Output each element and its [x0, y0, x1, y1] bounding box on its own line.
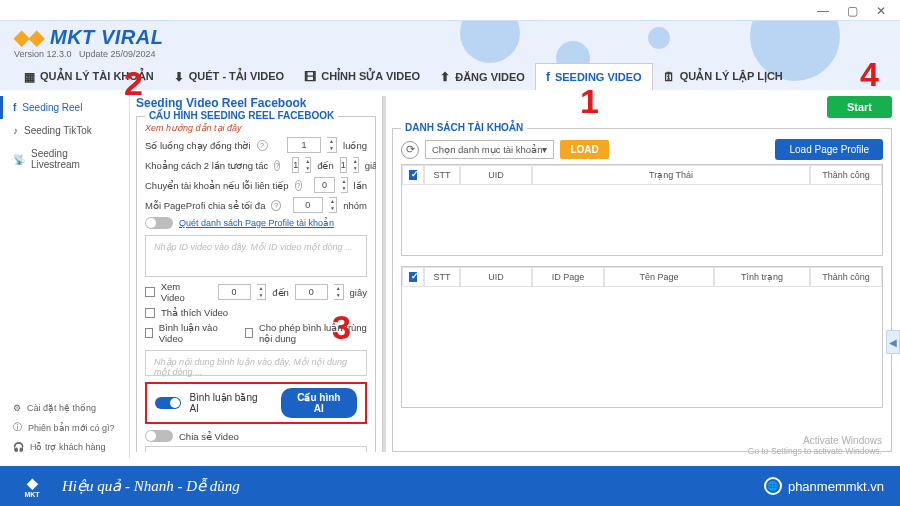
tab-accounts[interactable]: ▦QUẢN LÝ TÀI KHOẢN: [14, 63, 164, 90]
sidebar-item-whatsnew[interactable]: ⓘPhiên bản mới có gì?: [0, 417, 130, 438]
scan-toggle[interactable]: [145, 217, 173, 229]
switch-unit: lần: [354, 180, 367, 191]
pages-table: ✓ STT UID ID Page Tên Page Tình trạng Th…: [401, 266, 883, 408]
col-stt[interactable]: STT: [424, 165, 460, 185]
app-version: Version 12.3.0: [14, 49, 72, 59]
load-page-profile-button[interactable]: Load Page Profile: [775, 139, 883, 160]
sidebar-item-reel[interactable]: fSeeding Reel: [0, 96, 129, 119]
grid-icon: ▦: [24, 70, 35, 84]
gap-to-input[interactable]: 1: [340, 157, 347, 173]
footer-logo-icon: ◆MKT: [16, 472, 48, 500]
globe-icon: 🌐: [764, 477, 782, 495]
pageshare-unit: nhóm: [343, 200, 367, 211]
load-button[interactable]: LOAD: [560, 140, 608, 159]
spinner-icon[interactable]: ▲▼: [257, 284, 267, 300]
upload-icon: ⬆: [440, 70, 450, 84]
threads-label: Số luồng chạy đồng thời: [145, 140, 251, 151]
share-label: Chia sẻ Video: [179, 431, 239, 442]
info-icon: ⓘ: [13, 421, 22, 434]
tab-schedule[interactable]: 🗓QUẢN LÝ LẬP LỊCH: [653, 63, 793, 90]
minimize-button[interactable]: —: [817, 4, 829, 18]
watch-checkbox[interactable]: [145, 287, 155, 297]
col-tenpage[interactable]: Tên Page: [604, 267, 714, 287]
help-icon[interactable]: ?: [295, 180, 302, 191]
comment-checkbox[interactable]: [145, 328, 153, 338]
accounts-grid-body[interactable]: [402, 185, 882, 255]
col-success[interactable]: Thành công: [810, 267, 882, 287]
calendar-icon: 🗓: [663, 70, 675, 84]
col-uid[interactable]: UID: [460, 165, 532, 185]
gap-from-input[interactable]: 1: [292, 157, 299, 173]
tab-seeding-video[interactable]: fSEEDING VIDEO: [535, 63, 653, 90]
help-icon[interactable]: ?: [274, 160, 280, 171]
edge-expand-tab[interactable]: ◀: [886, 330, 900, 354]
maximize-button[interactable]: ▢: [847, 4, 858, 18]
pageshare-label: Mỗi PageProfi chia sẻ tối đa: [145, 200, 265, 211]
footer-bar: ◆MKT Hiệu quả - Nhanh - Dễ dùng 🌐 phanme…: [0, 466, 900, 506]
page-title: Seeding Video Reel Facebook: [136, 96, 376, 110]
help-icon[interactable]: ?: [271, 200, 281, 211]
spinner-icon[interactable]: ▲▼: [305, 157, 311, 173]
col-tinhtrang[interactable]: Tình trạng: [714, 267, 810, 287]
col-idpage[interactable]: ID Page: [532, 267, 604, 287]
share-subpanel: Chia sẻ về tườngChia sẻ lên nhóm đã tham…: [145, 446, 367, 452]
spinner-icon[interactable]: ▲▼: [329, 197, 338, 213]
col-success[interactable]: Thành công: [810, 165, 882, 185]
dup-comment-checkbox[interactable]: [245, 328, 253, 338]
watch-from-input[interactable]: 0: [218, 284, 251, 300]
accounts-table: ✓ STT UID Trạng Thái Thành công: [401, 164, 883, 256]
config-fieldset: CẤU HÌNH SEEDING REEL FACEBOOK Xem hướng…: [136, 116, 376, 452]
like-checkbox[interactable]: [145, 308, 155, 318]
spinner-icon[interactable]: ▲▼: [334, 284, 344, 300]
col-status[interactable]: Trạng Thái: [532, 165, 810, 185]
account-category-dropdown[interactable]: Chọn danh mục tài khoản▾: [425, 140, 554, 159]
spinner-icon[interactable]: ▲▼: [353, 157, 359, 173]
refresh-icon: ⟳: [406, 143, 415, 156]
broadcast-icon: 📡: [13, 154, 25, 165]
ai-toggle[interactable]: [155, 397, 181, 409]
download-icon: ⬇: [174, 70, 184, 84]
select-all-checkbox[interactable]: ✓: [409, 170, 417, 180]
watch-unit: giây: [350, 287, 367, 298]
close-button[interactable]: ✕: [876, 4, 886, 18]
help-icon[interactable]: ?: [257, 140, 268, 151]
tutorial-link[interactable]: Xem hướng dẫn tại đây: [145, 123, 367, 133]
pageshare-input[interactable]: 0: [293, 197, 322, 213]
splitter[interactable]: [382, 96, 386, 452]
comment-content-input[interactable]: Nhập nội dung bình luận vào đây. Mỗi nội…: [145, 350, 367, 376]
video-ids-input[interactable]: Nhập ID video vào đây. Mỗi ID video một …: [145, 235, 367, 277]
headset-icon: 🎧: [13, 442, 24, 452]
brand-name: MKT VIRAL: [50, 26, 163, 49]
tab-edit-video[interactable]: 🎞CHỈNH SỬA VIDEO: [294, 63, 430, 90]
sidebar-item-support[interactable]: 🎧Hỗ trợ khách hàng: [0, 438, 130, 456]
accounts-legend: DANH SÁCH TÀI KHOẢN: [401, 122, 527, 133]
scan-pages-link[interactable]: Quét danh sách Page Profile tài khoản: [179, 218, 334, 228]
spinner-icon[interactable]: ▲▼: [341, 177, 347, 193]
refresh-button[interactable]: ⟳: [401, 141, 419, 159]
switch-input[interactable]: 0: [314, 177, 335, 193]
gap-unit: giây: [365, 160, 376, 171]
watch-to-input[interactable]: 0: [295, 284, 328, 300]
comment-label: Bình luận vào Video: [159, 322, 222, 344]
spinner-icon[interactable]: ▲▼: [327, 137, 337, 153]
facebook-icon: f: [13, 102, 16, 113]
sidebar-item-tiktok[interactable]: ♪Seeding TikTok: [0, 119, 129, 142]
sidebar-item-settings[interactable]: ⚙Cài đặt hệ thống: [0, 399, 130, 417]
select-all-pages-checkbox[interactable]: ✓: [409, 272, 417, 282]
sidebar-item-livestream[interactable]: 📡Seeding Livestream: [0, 142, 129, 176]
like-label: Thả thích Video: [161, 307, 228, 318]
tab-upload-video[interactable]: ⬆ĐĂNG VIDEO: [430, 63, 535, 90]
threads-input[interactable]: 1: [287, 137, 321, 153]
col-uid[interactable]: UID: [460, 267, 532, 287]
pages-grid-body[interactable]: [402, 287, 882, 407]
windows-watermark: Activate Windows Go to Settings to activ…: [748, 435, 882, 456]
facebook-icon: f: [546, 70, 550, 84]
col-stt[interactable]: STT: [424, 267, 460, 287]
tab-scan-download[interactable]: ⬇QUÉT - TẢI VIDEO: [164, 63, 294, 90]
share-toggle[interactable]: [145, 430, 173, 442]
start-button[interactable]: Start: [827, 96, 892, 118]
footer-website[interactable]: phanmemmkt.vn: [788, 479, 884, 494]
ai-config-button[interactable]: Cấu hình AI: [281, 388, 357, 418]
config-legend: CẤU HÌNH SEEDING REEL FACEBOOK: [145, 110, 338, 121]
gap-label: Khoảng cách 2 lần tương tác: [145, 160, 268, 171]
